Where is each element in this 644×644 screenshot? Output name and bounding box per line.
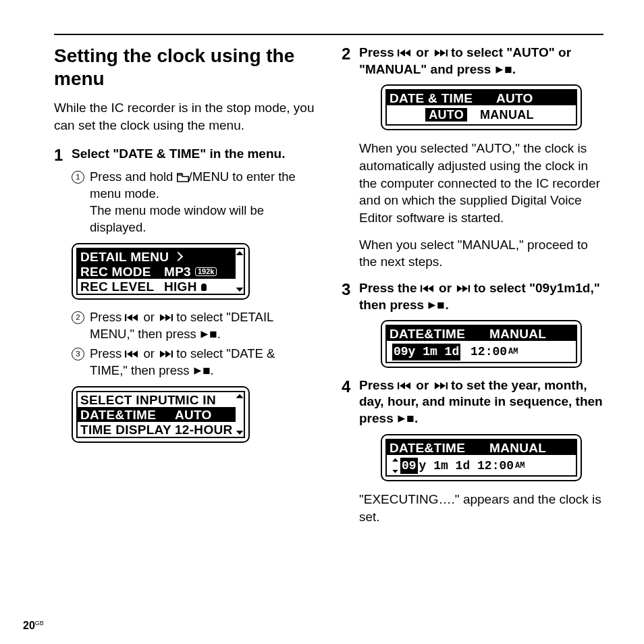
play-stop-icon: [427, 301, 445, 310]
lcd-figure-5: DATE&TIMEMANUAL 09y 1m 1d 12:00AM: [359, 434, 603, 481]
next-track-icon: [158, 350, 173, 358]
section-title: Setting the clock using the menu: [54, 45, 316, 90]
svg-marker-35: [429, 302, 436, 309]
svg-rect-29: [421, 285, 422, 292]
up-down-icon: [392, 458, 398, 473]
lcd-figure-3: DATE & TIMEAUTO AUTO MANUAL: [359, 84, 603, 130]
svg-marker-38: [400, 382, 405, 389]
paragraph: "EXECUTING…." appears and the clock is s…: [359, 491, 603, 525]
paragraph: When you select "MANUAL," proceed to the…: [359, 236, 603, 271]
next-track-icon: [158, 313, 173, 322]
scroll-up-icon: [236, 251, 244, 255]
step-number: 4: [342, 377, 359, 427]
svg-marker-15: [132, 350, 138, 357]
right-column: 2 Press or to select "AUTO" or "MANUAL" …: [342, 45, 603, 535]
svg-marker-27: [495, 66, 503, 74]
step-number: 1: [54, 146, 72, 165]
svg-marker-6: [127, 314, 132, 321]
play-stop-icon: [200, 330, 217, 339]
svg-rect-12: [210, 331, 216, 338]
next-track-icon: [455, 284, 470, 293]
next-track-icon: [433, 381, 448, 390]
intro-paragraph: While the IC recorder is in the stop mod…: [54, 99, 316, 134]
svg-rect-20: [203, 368, 209, 374]
lcd-figure-2: SELECT INPUTMIC IN DATE&TIMEAUTO TIME DI…: [72, 386, 316, 443]
svg-marker-8: [160, 314, 165, 321]
svg-marker-40: [435, 382, 440, 389]
svg-marker-23: [405, 49, 410, 56]
prev-track-icon: [125, 350, 140, 358]
step-number: 3: [342, 280, 359, 313]
svg-marker-39: [405, 382, 410, 389]
scroll-up-icon: [236, 394, 244, 398]
lcd-figure-4: DATE&TIMEMANUAL 09y 1m 1d 12:00AM: [359, 320, 603, 367]
substep-text: Press or to select "DATE & TIME," then p…: [90, 346, 316, 379]
step-heading: Select "DATE & TIME" in the menu.: [72, 146, 285, 165]
substep-marker-2: 2: [72, 311, 84, 324]
svg-marker-25: [440, 49, 446, 56]
prev-track-icon: [398, 49, 412, 57]
step-number: 2: [342, 45, 359, 78]
paragraph: When you selected "AUTO," the clock is a…: [359, 140, 603, 226]
play-stop-icon: [495, 65, 512, 74]
horizontal-rule: [54, 34, 603, 35]
substep-text: Press and hold /MENU to enter the menu m…: [90, 169, 316, 236]
svg-marker-43: [398, 415, 406, 423]
svg-marker-14: [127, 350, 132, 357]
svg-marker-33: [462, 285, 468, 292]
svg-marker-41: [440, 382, 446, 389]
svg-rect-44: [407, 416, 413, 422]
svg-rect-28: [505, 67, 511, 73]
svg-marker-17: [165, 350, 171, 357]
svg-marker-19: [194, 367, 201, 375]
left-column: Setting the clock using the menu While t…: [54, 45, 316, 535]
svg-marker-11: [200, 331, 208, 338]
svg-rect-5: [125, 314, 126, 321]
svg-marker-22: [400, 49, 405, 56]
svg-rect-37: [398, 382, 399, 389]
mic-icon: [201, 284, 207, 291]
svg-marker-32: [457, 285, 462, 292]
substep-marker-3: 3: [72, 348, 84, 360]
substep-text: Press or to select "DETAIL MENU," then p…: [90, 309, 316, 343]
scroll-down-icon: [236, 288, 244, 292]
prev-track-icon: [398, 381, 412, 390]
prev-track-icon: [421, 284, 435, 293]
svg-marker-24: [435, 49, 440, 56]
play-stop-icon: [193, 367, 211, 375]
svg-marker-30: [423, 285, 428, 292]
step-heading: Press or to select "AUTO" or "MANUAL" an…: [359, 45, 603, 78]
svg-marker-31: [428, 285, 433, 292]
scroll-down-icon: [236, 431, 244, 435]
svg-rect-21: [398, 49, 399, 56]
prev-track-icon: [125, 313, 140, 322]
svg-marker-7: [132, 314, 138, 321]
svg-marker-9: [165, 314, 171, 321]
substep-marker-1: 1: [72, 171, 84, 184]
play-stop-icon: [397, 414, 414, 423]
step-heading: Press or to set the year, month, day, ho…: [359, 377, 603, 427]
svg-marker-16: [160, 350, 165, 357]
page-number: 20GB: [23, 620, 44, 632]
svg-rect-36: [438, 302, 444, 308]
folder-icon: [177, 173, 189, 182]
svg-rect-13: [125, 350, 126, 357]
step-heading: Press the or to select "09y1m1d," then p…: [359, 280, 603, 313]
next-track-icon: [433, 49, 448, 57]
chevron-right-icon: [173, 252, 183, 261]
lcd-figure-1: DETAIL MENU REC MODEMP3192k REC LEVELHIG…: [72, 243, 316, 300]
